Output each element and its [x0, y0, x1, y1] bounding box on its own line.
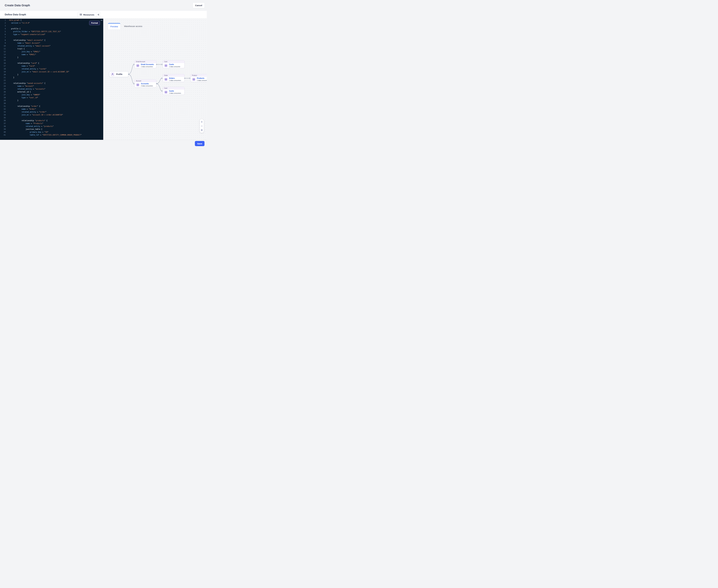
code-line[interactable]: 5 profile_folder = "ENTITIES.ENTITY_E2E_…: [0, 30, 103, 33]
entity-card: Products1 data consumer: [191, 77, 207, 82]
code-line[interactable]: 32 name = "Order": [0, 108, 103, 110]
code-line[interactable]: 24 name = "Account": [0, 85, 103, 88]
code-line-text: relationship "card" {: [9, 62, 39, 65]
line-number: 23: [0, 82, 6, 85]
cancel-button[interactable]: Cancel: [192, 2, 205, 8]
code-line[interactable]: 6 type = "segment:unmaterialized": [0, 33, 103, 36]
entity-name-link[interactable]: Cards: [169, 90, 181, 92]
code-line-text: related_entity = "products": [9, 125, 54, 128]
arrowhead-icon: [134, 83, 135, 84]
code-line[interactable]: 35: [0, 116, 103, 119]
profile-node[interactable]: Profile: [109, 71, 128, 77]
line-number: 35: [0, 116, 6, 119]
code-line[interactable]: 10 related_entity = "email-account": [0, 44, 103, 47]
code-line-text: version = "v1.0.0": [9, 22, 30, 24]
code-line[interactable]: 33 related_entity = "order": [0, 110, 103, 113]
line-number: 12: [0, 50, 6, 53]
code-line[interactable]: 12 join_key = "EMAIL": [0, 50, 103, 53]
code-line[interactable]: 3: [0, 24, 103, 27]
graph-canvas[interactable]: Profile Email Account Email Accounts1 da…: [103, 19, 207, 140]
entity-name-link[interactable]: Orders: [169, 77, 181, 79]
chevrons-left-icon: [97, 14, 100, 16]
code-line[interactable]: 7: [0, 36, 103, 39]
entity-card: Accounts2 data consumers: [135, 82, 156, 87]
code-line[interactable]: 20 }: [0, 73, 103, 76]
code-line[interactable]: 37 name = "Products": [0, 122, 103, 125]
code-line[interactable]: 14 }: [0, 56, 103, 59]
tab-warehouse-access[interactable]: Warehouse access: [121, 23, 145, 29]
entity-group-header: Card: [163, 87, 184, 89]
code-line-text: relationship "products" {: [9, 119, 47, 122]
line-number: 1: [0, 19, 6, 22]
entity-group-products[interactable]: Product Products1 data consumer: [190, 74, 207, 82]
code-line[interactable]: 17 name = "Card": [0, 65, 103, 67]
code-line[interactable]: 23 relationship "owned-accounts" {: [0, 82, 103, 85]
profile-node-label: Profile: [116, 73, 123, 76]
line-number: 6: [0, 33, 6, 36]
code-line[interactable]: 41 table_ref = "ENTITIES.ENTITY_COMMON.O…: [0, 133, 103, 136]
code-line[interactable]: 39 junction_table {: [0, 128, 103, 131]
code-line[interactable]: 38 related_entity = "products": [0, 125, 103, 128]
code-line[interactable]: 36 relationship "products" {: [0, 119, 103, 122]
editor-scrollbar-thumb[interactable]: [101, 20, 103, 21]
entity-name-link[interactable]: Accounts: [141, 83, 153, 85]
format-button[interactable]: Format: [89, 21, 100, 25]
code-line[interactable]: 4 profile {: [0, 27, 103, 30]
code-line[interactable]: 40 primary_key = "ID": [0, 131, 103, 133]
tab-preview[interactable]: Preview: [108, 23, 121, 29]
table-icon: [192, 78, 196, 81]
line-number: 38: [0, 125, 6, 128]
fit-view-button[interactable]: [200, 129, 203, 131]
code-editor[interactable]: 1data_graph {2 version = "v1.0.0"34 prof…: [0, 19, 103, 140]
entity-consumers-count: 1 data consumer: [169, 66, 180, 67]
code-line-text: }: [9, 73, 18, 76]
code-line-text: junction_table {: [9, 128, 42, 131]
code-line[interactable]: 26 external_id {: [0, 90, 103, 93]
code-line[interactable]: 16 relationship "card" {: [0, 62, 103, 65]
entity-group-orders[interactable]: Order Orders1 data consumers: [163, 74, 185, 82]
code-line-text: join_on = "email-account.ID = card.ACCOU…: [9, 70, 69, 73]
code-line[interactable]: 34 join_on = "account.ID = order.ACCOUNT…: [0, 113, 103, 116]
entity-group-email-accounts[interactable]: Email Account Email Accounts1 data consu…: [135, 60, 157, 68]
code-line[interactable]: 28 type = "user_id": [0, 96, 103, 99]
code-line-text: join_on = "account.ID = order.ACCOUNTID": [9, 113, 63, 116]
zoom-out-button[interactable]: [200, 125, 203, 127]
code-line[interactable]: 15: [0, 59, 103, 62]
code-line[interactable]: 21 }: [0, 76, 103, 79]
entity-group-cards[interactable]: Card Cards1 data consumer: [163, 60, 185, 68]
entity-group-header: Account: [135, 80, 156, 82]
code-line-text: type = "segment:unmaterialized": [9, 33, 45, 36]
code-line[interactable]: 22: [0, 79, 103, 82]
code-line[interactable]: 11 trait {: [0, 47, 103, 50]
line-number: 26: [0, 90, 6, 93]
entity-group-cards[interactable]: Card Cards1 data consumers: [163, 87, 185, 95]
collapse-panel-button[interactable]: [96, 12, 101, 17]
resources-button[interactable]: Resources: [78, 12, 96, 17]
save-button[interactable]: Save: [195, 141, 204, 146]
zoom-in-button[interactable]: [200, 121, 203, 123]
arrowhead-icon: [134, 64, 135, 65]
code-line[interactable]: 18 related_entity = "cards": [0, 67, 103, 70]
code-line[interactable]: 29 }: [0, 99, 103, 102]
code-line[interactable]: 25 related_entity = "accounts": [0, 88, 103, 90]
line-number: 16: [0, 62, 6, 65]
entity-group-accounts[interactable]: Account Accounts2 data consumers: [135, 80, 157, 87]
code-line[interactable]: 13 name = "EMAIL": [0, 53, 103, 56]
code-line[interactable]: 1data_graph {: [0, 19, 103, 22]
entity-name-link[interactable]: Products: [197, 77, 207, 79]
code-line[interactable]: 31 relationship "order" {: [0, 105, 103, 108]
code-line[interactable]: 9 name = "Email Account": [0, 42, 103, 44]
line-number: 7: [0, 36, 6, 39]
entity-name-link[interactable]: Cards: [169, 64, 180, 65]
code-line[interactable]: 8 relationship "email-accounts" {: [0, 39, 103, 42]
code-line[interactable]: 19 join_on = "email-account.ID = card.AC…: [0, 70, 103, 73]
code-line-text: external_id {: [9, 90, 31, 93]
person-icon: [110, 72, 115, 76]
entity-name-link[interactable]: Email Accounts: [141, 64, 154, 65]
line-number: 28: [0, 96, 6, 99]
code-line[interactable]: 30: [0, 102, 103, 105]
line-number: 30: [0, 102, 6, 105]
code-line[interactable]: 2 version = "v1.0.0": [0, 22, 103, 24]
code-line-text: name = "Products": [9, 122, 43, 125]
code-line[interactable]: 27 join_key = "OWNER": [0, 93, 103, 96]
